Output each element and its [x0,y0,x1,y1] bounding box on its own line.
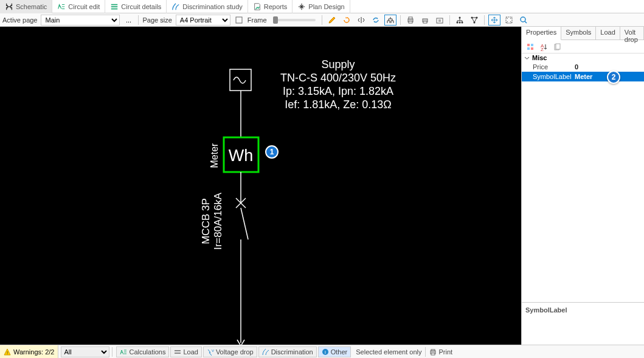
svg-rect-3 [409,21,412,23]
ptab-load[interactable]: Load [596,27,620,40]
categorized-button[interactable] [524,41,536,52]
chip-calculations[interactable]: Calculations [116,346,169,357]
reload-button[interactable] [341,15,353,26]
separator [425,347,426,357]
property-description: SymbolLabel [522,302,644,345]
tab-discrimination[interactable]: Discrimination study [167,0,248,13]
svg-rect-29 [431,349,435,351]
tab-circuit-details[interactable]: Circuit details [105,0,167,13]
print2-icon [421,16,429,24]
pages-button[interactable] [551,41,563,52]
prop-value[interactable]: 0 [573,63,644,71]
supply-symbol-box [230,69,251,91]
network-icon [470,16,479,24]
switch-arm [241,208,248,239]
circuit-edit-icon [57,2,66,11]
refresh-button[interactable] [370,15,382,26]
pages-icon [553,43,561,51]
supply-line1: TN-C-S 400/230V 50Hz [280,72,396,84]
pencil-button[interactable] [326,15,338,26]
property-grid[interactable]: Misc Price 0 SymbolLabel Meter 2 [522,53,644,302]
page-size-select[interactable]: A4 Portrait [176,15,230,26]
callout-1: 1 [265,145,279,159]
svg-text:V: V [212,349,214,353]
chip-discrimination[interactable]: Discrimination [258,346,317,357]
load-icon [174,348,181,356]
chip-other[interactable]: iOther [318,346,351,357]
sort-icon: AZ [539,43,548,51]
svg-rect-23 [556,44,560,49]
reports-icon [253,2,261,11]
schematic-svg: Supply TN-C-S 400/230V 50Hz Ip: 3.15kA, … [0,27,521,345]
ptab-properties[interactable]: Properties [522,27,561,40]
schematic-icon [5,2,13,11]
tree-button[interactable] [384,15,396,26]
warnings-chip[interactable]: ! Warnings: 2/2 [0,345,58,359]
ptab-symbols[interactable]: Symbols [561,27,596,40]
tab-schematic[interactable]: Schematic [0,0,52,13]
frame-toggle[interactable] [233,15,245,26]
tab-circuit-edit[interactable]: Circuit edit [52,0,105,13]
print2-button[interactable] [419,15,431,26]
prop-row-symbollabel[interactable]: SymbolLabel Meter [522,72,644,81]
separator [322,15,322,25]
print-link[interactable]: Print [429,348,452,356]
frame-label: Frame [248,16,267,24]
fit-button[interactable] [503,15,515,26]
svg-rect-17 [531,44,533,46]
ellipsis-button[interactable]: ... [122,15,134,26]
print-button[interactable] [404,15,417,26]
separator [112,347,113,357]
slider-thumb[interactable] [273,16,278,24]
opacity-slider[interactable] [273,19,316,21]
prop-name: SymbolLabel [522,73,573,80]
circuit-details-icon [110,2,119,11]
hierarchy-button[interactable] [454,15,466,26]
category-misc[interactable]: Misc [522,53,644,62]
property-desc-title: SymbolLabel [525,306,567,314]
move-icon [490,16,499,24]
split-icon [357,16,365,24]
chip-label: Voltage drop [216,348,254,356]
categorized-icon [526,43,535,51]
category-label: Misc [532,54,547,61]
active-page-select[interactable]: Main [41,15,120,26]
warning-icon: ! [4,348,11,356]
split-button[interactable] [355,15,367,26]
svg-point-15 [521,17,525,22]
tab-reports[interactable]: Reports [248,0,293,13]
separator [449,15,450,25]
network-button[interactable] [468,15,480,26]
supply-line2: Ip: 3.15kA, Ipn: 1.82kA [283,85,393,97]
properties-tabs: Properties Symbols Load Volt drop [522,27,644,40]
tab-circuit-details-label: Circuit details [121,3,161,10]
selected-only-label[interactable]: Selected element only [356,348,421,356]
prop-row-price[interactable]: Price 0 [522,62,644,72]
ptab-voltdrop[interactable]: Volt drop [620,27,644,40]
tab-plan-design[interactable]: Plan Design [293,0,350,13]
meter-wh: Wh [229,146,254,165]
tab-schematic-label: Schematic [16,3,47,10]
move-button[interactable] [488,15,500,26]
prop-name: Price [522,63,573,71]
supply-line3: Ief: 1.81kA, Ze: 0.13Ω [285,98,392,111]
svg-rect-0 [236,17,242,23]
print-icon [406,16,415,24]
svg-rect-5 [423,21,427,23]
properties-panel: Properties Symbols Load Volt drop AZ Mis… [521,27,644,345]
meter-label: Meter [209,143,220,168]
schematic-canvas[interactable]: Supply TN-C-S 400/230V 50Hz Ip: 3.15kA, … [0,27,521,345]
discrimination-icon [171,2,180,11]
chip-load[interactable]: Load [170,346,201,357]
export-button[interactable] [434,15,446,26]
top-tabs: Schematic Circuit edit Circuit details D… [0,0,644,13]
frame-icon [235,16,243,24]
properties-toolbar: AZ [522,40,644,53]
sine-icon [234,77,246,83]
mccb-line1: MCCB 3P [200,198,212,244]
separator [138,15,139,25]
sort-button[interactable]: AZ [538,41,550,52]
filter-select[interactable]: All [61,346,109,357]
zoom-button[interactable] [518,15,530,26]
chip-voltage-drop[interactable]: VVoltage drop [203,346,257,357]
